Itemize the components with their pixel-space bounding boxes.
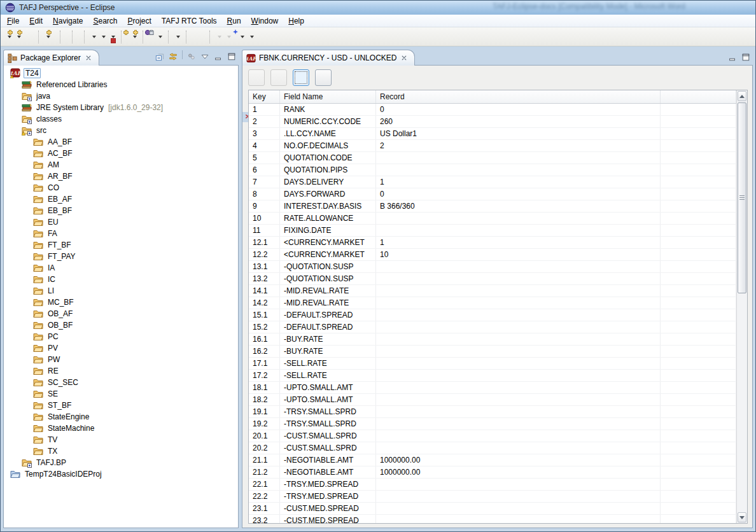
table-row[interactable]: 17.2-SELL.RATE — [249, 370, 736, 382]
menu-help[interactable]: Help — [283, 15, 309, 27]
tab-package-explorer[interactable]: Package Explorer — [3, 50, 99, 66]
tree-item-st-bf[interactable]: ST_BF — [4, 400, 238, 411]
commit-record-button[interactable] — [293, 69, 309, 86]
tree-item-ft-bf[interactable]: FT_BF — [4, 239, 238, 251]
dropdown-arrow-icon[interactable] — [241, 36, 244, 38]
tree-item-am[interactable]: AM — [4, 159, 238, 171]
tree-item-sc-sec[interactable]: SC_SEC — [4, 377, 238, 388]
run-external-tools-button[interactable] — [108, 29, 117, 45]
tree-item-statemachine[interactable]: StateMachine — [4, 423, 238, 434]
table-row[interactable]: 21.2-NEGOTIABLE.AMT1000000.00 — [249, 466, 736, 479]
menu-run[interactable]: Run — [222, 15, 246, 27]
table-row[interactable]: 23.2-CUST.MED.SPREAD — [249, 515, 736, 523]
tree-item-co[interactable]: CO — [4, 182, 238, 193]
save-record-button[interactable] — [270, 69, 287, 86]
table-row[interactable]: 22.2-TRSY.MED.SPREAD — [249, 491, 736, 503]
table-row[interactable]: 8DAYS.FORWARD0 — [249, 188, 736, 200]
tree-item-ob-af[interactable]: OB_AF — [4, 308, 238, 319]
scroll-down-icon[interactable] — [738, 512, 746, 522]
maximize-icon[interactable] — [226, 51, 237, 62]
editor-tab-close-icon[interactable] — [400, 53, 409, 62]
dropdown-arrow-icon[interactable] — [8, 36, 11, 38]
dropdown-arrow-icon[interactable] — [176, 36, 180, 38]
table-row[interactable]: 1RANK0 — [249, 104, 736, 116]
menu-window[interactable]: Window — [246, 15, 284, 27]
table-row[interactable]: 16.1-BUY.RATE — [249, 333, 736, 346]
editor-maximize-icon[interactable] — [740, 52, 752, 62]
table-row[interactable]: 6QUOTATION.PIPS — [249, 164, 736, 176]
title-bar[interactable]: TAFJ Perspective - - Eclipse TAFJ-Eclips… — [1, 1, 755, 15]
table-row[interactable]: 12.1<CURRENCY.MARKET1 — [249, 237, 736, 249]
table-row[interactable]: 21.1-NEGOTIABLE.AMT1000000.00 — [249, 454, 736, 466]
tree-item-re[interactable]: RE — [4, 365, 238, 377]
run-button[interactable] — [98, 29, 108, 45]
java-element-button[interactable] — [172, 29, 182, 45]
table-row[interactable]: 18.2-UPTO.SMALL.AMT — [249, 394, 736, 406]
table-row[interactable]: 23.1-CUST.MED.SPREAD — [249, 503, 736, 515]
menu-navigate[interactable]: Navigate — [48, 15, 88, 27]
tree-item-eu[interactable]: EU — [4, 216, 238, 228]
dropdown-arrow-icon[interactable] — [250, 36, 254, 38]
tree-item-java[interactable]: java — [4, 90, 238, 102]
collapse-all-icon[interactable] — [154, 51, 165, 62]
synchronize-button[interactable] — [76, 29, 80, 45]
go-into-button[interactable] — [223, 29, 233, 45]
dropdown-arrow-icon[interactable] — [218, 36, 221, 38]
tree-item-mc-bf[interactable]: MC_BF — [4, 297, 238, 308]
tree-item-ob-bf[interactable]: OB_BF — [4, 319, 238, 331]
table-row[interactable]: 19.2-TRSY.SMALL.SPRD — [249, 418, 736, 430]
tree-item-aa-bf[interactable]: AA_BF — [4, 136, 238, 148]
print-button[interactable] — [31, 29, 34, 45]
table-row[interactable]: 7DAYS.DELIVERY1 — [249, 176, 736, 188]
table-row[interactable]: 15.1-DEFAULT.SPREAD — [249, 309, 736, 321]
tree-item-pc[interactable]: PC — [4, 331, 238, 342]
table-row[interactable]: 10RATE.ALLOWANCE — [249, 213, 736, 225]
tree-item-pv[interactable]: PV — [4, 342, 238, 354]
dropdown-arrow-icon[interactable] — [227, 36, 231, 38]
generate-button[interactable] — [129, 29, 139, 45]
table-row[interactable]: 4NO.OF.DECIMALS2 — [249, 140, 736, 152]
tree-item-fa[interactable]: FA — [4, 228, 238, 239]
table-row[interactable]: 12.2<CURRENCY.MARKET10 — [249, 249, 736, 261]
minimize-icon[interactable] — [213, 51, 224, 62]
dropdown-arrow-icon[interactable] — [133, 36, 137, 38]
new-java-project-button[interactable] — [13, 29, 23, 45]
menu-file[interactable]: File — [2, 15, 24, 27]
tree-item-eb-af[interactable]: EB_AF — [4, 193, 238, 205]
dropdown-arrow-icon[interactable] — [158, 36, 162, 38]
tree-item-ar-bf[interactable]: AR_BF — [4, 171, 238, 182]
tree-item-ic[interactable]: IC — [4, 274, 238, 285]
scrollbar-thumb[interactable] — [738, 102, 746, 293]
dropdown-arrow-icon[interactable] — [17, 36, 21, 38]
tree-item-ia[interactable]: IA — [4, 262, 238, 274]
focus-on-active-task-icon[interactable] — [186, 51, 197, 62]
tree-item-li[interactable]: LI — [4, 285, 238, 297]
tab-fbnk-currency[interactable]: FBNK.CURRENCY - USD - UNLOCKED — [242, 50, 415, 66]
tree-item-ac-bf[interactable]: AC_BF — [4, 148, 238, 159]
tree-item-se[interactable]: SE — [4, 388, 238, 400]
debug-button[interactable] — [88, 29, 98, 45]
tree-item-referenced-libraries[interactable]: Referenced Libraries — [4, 79, 238, 90]
dropdown-arrow-icon[interactable] — [111, 36, 115, 38]
table-row[interactable]: 19.1-TRSY.SMALL.SPRD — [249, 406, 736, 418]
menu-tafj-rtc-tools[interactable]: TAFJ RTC Tools — [157, 15, 222, 27]
tree-item-eb-bf[interactable]: EB_BF — [4, 205, 238, 216]
suspend-button[interactable] — [202, 29, 206, 45]
tree-item-pw[interactable]: PW — [4, 354, 238, 365]
delete-record-button[interactable] — [315, 69, 332, 86]
table-row[interactable]: 13.2-QUOTATION.SUSP — [249, 273, 736, 285]
back-button[interactable] — [237, 29, 246, 45]
menu-edit[interactable]: Edit — [24, 15, 48, 27]
tree-item-t24[interactable]: T24 — [4, 67, 238, 79]
tree-item-jre-system-library[interactable]: JRE System Library[jdk1.6.0_29-32] — [4, 102, 238, 113]
tree-item-tafj-bp[interactable]: TAFJ.BP — [4, 457, 238, 468]
tree-item-src[interactable]: src — [4, 125, 238, 136]
table-row[interactable]: 17.1-SELL.RATE — [249, 358, 736, 370]
table-row[interactable]: 16.2-BUY.RATE — [249, 346, 736, 358]
table-row[interactable]: 9INTEREST.DAY.BASISB 366/360 — [249, 200, 736, 213]
table-row[interactable]: 11FIXING.DATE — [249, 225, 736, 237]
table-row[interactable]: 15.2-DEFAULT.SPREAD — [249, 321, 736, 333]
new-wizard-button[interactable] — [4, 29, 13, 45]
menu-search[interactable]: Search — [88, 15, 122, 27]
dropdown-arrow-icon[interactable] — [102, 36, 106, 38]
